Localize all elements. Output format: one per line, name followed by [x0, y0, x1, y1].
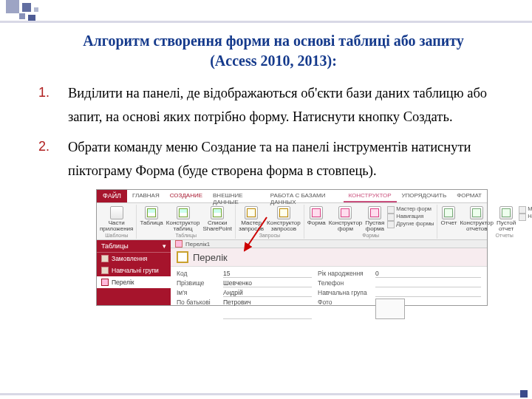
- field-value[interactable]: 0: [375, 270, 481, 278]
- step-number: 1.: [38, 81, 50, 105]
- field-value[interactable]: Шевченко: [223, 279, 312, 287]
- tab-file[interactable]: ФАЙЛ: [97, 190, 127, 202]
- top-rule: [0, 21, 532, 23]
- access-screenshot: ФАЙЛ ГЛАВНАЯ СОЗДАНИЕ ВНЕШНИЕ ДАННЫЕ РАБ…: [96, 189, 488, 307]
- table-icon: [101, 255, 109, 262]
- form-grid: Код15Рік народження0 ПрізвищеШевченкоТел…: [171, 267, 487, 319]
- field-value[interactable]: Андрій: [223, 289, 312, 297]
- btn-form-wizard[interactable]: Мастер форм: [387, 206, 434, 214]
- nav-item-orders[interactable]: Замовлення: [97, 253, 171, 265]
- footer-decoration: [0, 389, 532, 399]
- form-title: Перелік: [193, 252, 228, 263]
- btn-table[interactable]: Таблица: [140, 206, 163, 226]
- reports-extras: Мастер отчетов Наклейки: [519, 206, 532, 221]
- btn-query-wizard[interactable]: Мастер запросов: [239, 206, 264, 233]
- tab-designer[interactable]: КОНСТРУКТОР: [344, 190, 397, 202]
- btn-report-designer[interactable]: Конструктор отчетов: [460, 206, 494, 233]
- field-value[interactable]: [375, 289, 481, 297]
- field-label: Навчальна група: [318, 289, 369, 297]
- nav-item-perelik[interactable]: Перелік: [97, 276, 171, 288]
- field-label: Телефон: [318, 279, 369, 287]
- table-icon: [101, 267, 109, 274]
- tab-create[interactable]: СОЗДАНИЕ: [165, 190, 208, 202]
- field-value[interactable]: 15: [223, 270, 312, 278]
- field-value[interactable]: Петрович: [223, 299, 312, 319]
- btn-table-designer[interactable]: Конструктор таблиц: [166, 206, 200, 233]
- form-area: Перелік1 Перелік Код15Рік народження0 Пр…: [171, 240, 487, 305]
- object-tab[interactable]: Перелік1: [171, 240, 487, 248]
- field-value[interactable]: [375, 279, 481, 287]
- btn-blank-report[interactable]: Пустой отчет: [497, 206, 516, 233]
- group-queries: Мастер запросов Конструктор запросов Зап…: [236, 205, 304, 239]
- btn-report-wizard[interactable]: Мастер отчетов: [519, 206, 532, 214]
- tab-home[interactable]: ГЛАВНАЯ: [127, 190, 165, 202]
- field-label: По батькові: [177, 299, 217, 319]
- step-item: 2. Обрати команду меню Создание та на па…: [49, 135, 504, 183]
- btn-navigation[interactable]: Навигация: [387, 214, 434, 221]
- nav-header[interactable]: Таблицы▾: [97, 240, 171, 253]
- group-forms: Форма Конструктор форм Пустая форма Маст…: [304, 205, 438, 239]
- group-templates: Части приложения Шаблоны: [97, 205, 137, 239]
- field-label: Прізвище: [177, 279, 217, 287]
- ribbon-body: Части приложения Шаблоны Таблица Констру…: [97, 203, 487, 241]
- btn-query-designer[interactable]: Конструктор запросов: [267, 206, 301, 233]
- btn-labels[interactable]: Наклейки: [519, 214, 532, 221]
- ribbon-tabs: ФАЙЛ ГЛАВНАЯ СОЗДАНИЕ ВНЕШНИЕ ДАННЫЕ РАБ…: [97, 190, 487, 203]
- field-label: Рік народження: [318, 270, 369, 278]
- btn-report[interactable]: Отчет: [440, 206, 457, 226]
- photo-field[interactable]: [375, 299, 405, 319]
- form-title-icon: [177, 251, 188, 263]
- step-number: 2.: [38, 135, 50, 159]
- nav-pane: Таблицы▾ Замовлення Навчальні групи Пере…: [97, 240, 171, 305]
- tab-external-data[interactable]: ВНЕШНИЕ ДАННЫЕ: [208, 190, 265, 202]
- group-tables: Таблица Конструктор таблиц Списки ShareP…: [137, 205, 236, 239]
- chevron-down-icon: ▾: [163, 242, 166, 250]
- btn-app-parts[interactable]: Части приложения: [100, 206, 133, 233]
- btn-blank-form[interactable]: Пустая форма: [365, 206, 384, 233]
- btn-form-designer[interactable]: Конструктор форм: [329, 206, 363, 233]
- form-title-bar: Перелік: [171, 248, 487, 267]
- corner-decoration: [0, 0, 89, 30]
- field-label: Фото: [318, 299, 369, 319]
- step-item: 1. Виділити на панелі, де відображаються…: [49, 81, 504, 129]
- tab-format[interactable]: ФОРМАТ: [451, 190, 487, 202]
- group-reports: Отчет Конструктор отчетов Пустой отчет М…: [437, 205, 532, 239]
- btn-other-forms[interactable]: Другие формы: [387, 221, 434, 228]
- field-label: Код: [177, 270, 217, 278]
- tab-arrange[interactable]: УПОРЯДОЧИТЬ: [397, 190, 452, 202]
- step-list: 1. Виділити на панелі, де відображаються…: [0, 78, 532, 183]
- table-icon: [101, 279, 109, 286]
- tab-database-tools[interactable]: РАБОТА С БАЗАМИ ДАННЫХ: [265, 190, 344, 202]
- nav-item-groups[interactable]: Навчальні групи: [97, 265, 171, 276]
- field-label: Ім'я: [177, 289, 217, 297]
- forms-extras: Мастер форм Навигация Другие формы: [387, 206, 434, 228]
- step-text: Виділити на панелі, де відображаються об…: [68, 86, 487, 124]
- btn-sharepoint-lists[interactable]: Списки SharePoint: [202, 206, 232, 233]
- step-text: Обрати команду меню Создание та на панел…: [68, 140, 471, 178]
- form-icon: [175, 240, 183, 248]
- btn-form[interactable]: Форма: [307, 206, 326, 226]
